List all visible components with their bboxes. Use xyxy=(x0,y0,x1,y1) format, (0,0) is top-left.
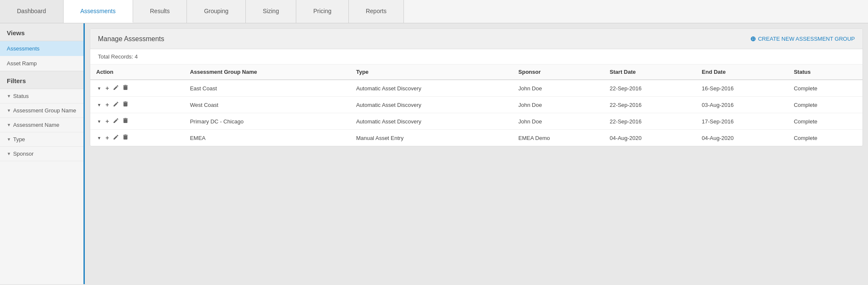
sponsor-cell: John Doe xyxy=(512,80,604,97)
filter-assessment-name-label: Assessment Name xyxy=(13,122,59,128)
add-icon[interactable]: + xyxy=(105,134,110,142)
delete-icon[interactable] xyxy=(122,84,129,92)
filter-sponsor-label: Sponsor xyxy=(13,151,33,157)
type-cell: Automatic Asset Discovery xyxy=(350,80,512,97)
edit-icon[interactable] xyxy=(112,101,120,109)
delete-icon[interactable] xyxy=(122,134,129,142)
col-header-end-date: End Date xyxy=(696,64,788,80)
sidebar-filters-title: Filters xyxy=(0,71,83,89)
action-cell: ▼ + xyxy=(90,97,184,113)
tab-dashboard[interactable]: Dashboard xyxy=(0,0,64,23)
add-icon[interactable]: + xyxy=(105,84,110,92)
delete-icon[interactable] xyxy=(122,117,129,126)
sponsor-cell: John Doe xyxy=(512,113,604,130)
panel-title: Manage Assessments xyxy=(98,35,164,43)
tab-sizing[interactable]: Sizing xyxy=(246,0,296,23)
delete-icon[interactable] xyxy=(122,101,129,109)
create-new-assessment-group-button[interactable]: ⊕ CREATE NEW ASSESSMENT GROUP xyxy=(750,35,855,43)
edit-icon[interactable] xyxy=(112,117,120,126)
status-cell: Complete xyxy=(788,113,862,130)
type-cell: Automatic Asset Discovery xyxy=(350,97,512,113)
end-date-cell: 17-Sep-2016 xyxy=(696,113,788,130)
filter-assessment-group-name[interactable]: ▼ Assessment Group Name xyxy=(0,103,83,118)
create-button-label: CREATE NEW ASSESSMENT GROUP xyxy=(758,36,855,42)
expand-icon[interactable]: ▼ xyxy=(96,85,102,92)
sidebar: Views Assessments Asset Ramp Filters ▼ S… xyxy=(0,23,85,284)
chevron-down-icon: ▼ xyxy=(7,94,11,98)
table-row: ▼ + East Coast Automatic Asset Disco xyxy=(90,80,862,97)
start-date-cell: 22-Sep-2016 xyxy=(604,97,696,113)
manage-assessments-panel: Manage Assessments ⊕ CREATE NEW ASSESSME… xyxy=(90,28,863,146)
table-row: ▼ + EMEA Manual Asset Entry EM xyxy=(90,130,862,146)
content-area: Manage Assessments ⊕ CREATE NEW ASSESSME… xyxy=(85,23,868,284)
start-date-cell: 04-Aug-2020 xyxy=(604,130,696,146)
chevron-down-icon: ▼ xyxy=(7,123,11,127)
assessment-group-name-cell: East Coast xyxy=(184,80,350,97)
col-header-assessment-group-name: Assessment Group Name xyxy=(184,64,350,80)
assessment-group-name-cell: EMEA xyxy=(184,130,350,146)
expand-icon[interactable]: ▼ xyxy=(96,135,102,141)
sidebar-views-title: Views xyxy=(0,23,83,41)
col-header-action: Action xyxy=(90,64,184,80)
action-cell: ▼ + xyxy=(90,130,184,146)
sidebar-item-asset-ramp[interactable]: Asset Ramp xyxy=(0,56,83,71)
type-cell: Manual Asset Entry xyxy=(350,130,512,146)
total-records-label: Total Records: 4 xyxy=(90,49,862,64)
tab-assessments[interactable]: Assessments xyxy=(64,0,133,23)
sponsor-cell: John Doe xyxy=(512,97,604,113)
table-header-row: Action Assessment Group Name Type Sponso… xyxy=(90,64,862,80)
expand-icon[interactable]: ▼ xyxy=(96,118,102,125)
chevron-down-icon: ▼ xyxy=(7,108,11,113)
top-navigation: Dashboard Assessments Results Grouping S… xyxy=(0,0,868,23)
sidebar-item-assessments[interactable]: Assessments xyxy=(0,41,83,56)
filter-type[interactable]: ▼ Type xyxy=(0,132,83,147)
start-date-cell: 22-Sep-2016 xyxy=(604,80,696,97)
edit-icon[interactable] xyxy=(112,134,120,142)
end-date-cell: 04-Aug-2020 xyxy=(696,130,788,146)
filter-type-label: Type xyxy=(13,136,25,142)
col-header-start-date: Start Date xyxy=(604,64,696,80)
tab-results[interactable]: Results xyxy=(133,0,187,23)
status-cell: Complete xyxy=(788,80,862,97)
assessment-group-name-cell: Primary DC - Chicago xyxy=(184,113,350,130)
col-header-type: Type xyxy=(350,64,512,80)
status-cell: Complete xyxy=(788,130,862,146)
tab-reports[interactable]: Reports xyxy=(349,0,404,23)
filter-assessment-group-name-label: Assessment Group Name xyxy=(13,107,76,114)
end-date-cell: 03-Aug-2016 xyxy=(696,97,788,113)
add-icon[interactable]: + xyxy=(105,101,110,109)
tab-pricing[interactable]: Pricing xyxy=(296,0,349,23)
col-header-sponsor: Sponsor xyxy=(512,64,604,80)
start-date-cell: 22-Sep-2016 xyxy=(604,113,696,130)
table-row: ▼ + Primary DC - Chicago Automatic A xyxy=(90,113,862,130)
end-date-cell: 16-Sep-2016 xyxy=(696,80,788,97)
edit-icon[interactable] xyxy=(112,84,120,92)
expand-icon[interactable]: ▼ xyxy=(96,102,102,108)
status-cell: Complete xyxy=(788,97,862,113)
assessment-group-name-cell: West Coast xyxy=(184,97,350,113)
tab-grouping[interactable]: Grouping xyxy=(187,0,246,23)
filter-status-label: Status xyxy=(13,93,29,99)
add-icon[interactable]: + xyxy=(105,117,110,126)
sponsor-cell: EMEA Demo xyxy=(512,130,604,146)
col-header-status: Status xyxy=(788,64,862,80)
filter-status[interactable]: ▼ Status xyxy=(0,89,83,103)
chevron-down-icon: ▼ xyxy=(7,137,11,142)
action-cell: ▼ + xyxy=(90,80,184,97)
filter-sponsor[interactable]: ▼ Sponsor xyxy=(0,147,83,161)
panel-header: Manage Assessments ⊕ CREATE NEW ASSESSME… xyxy=(90,29,862,49)
table-row: ▼ + West Coast Automatic Asset Disco xyxy=(90,97,862,113)
type-cell: Automatic Asset Discovery xyxy=(350,113,512,130)
assessments-table: Action Assessment Group Name Type Sponso… xyxy=(90,64,862,146)
main-layout: Views Assessments Asset Ramp Filters ▼ S… xyxy=(0,23,868,284)
chevron-down-icon: ▼ xyxy=(7,151,11,156)
plus-circle-icon: ⊕ xyxy=(750,35,756,43)
filter-assessment-name[interactable]: ▼ Assessment Name xyxy=(0,118,83,132)
action-cell: ▼ + xyxy=(90,113,184,130)
